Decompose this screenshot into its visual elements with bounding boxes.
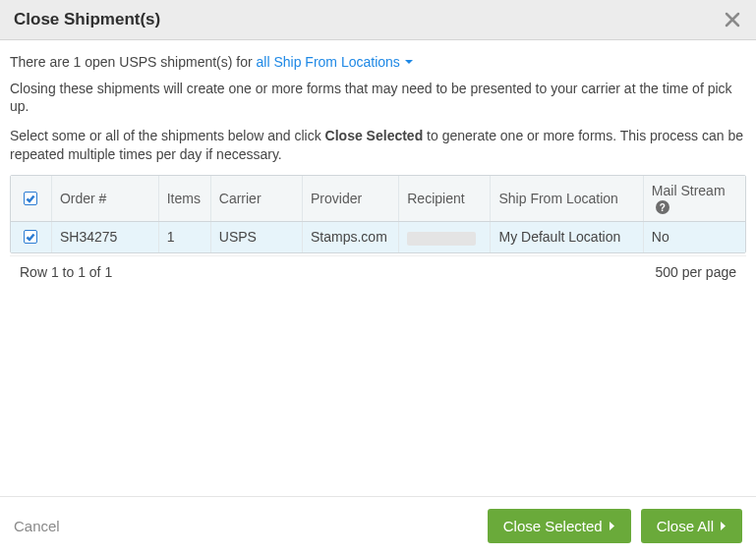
- dropdown-label: all Ship From Locations: [257, 54, 400, 70]
- cell-ship-from: My Default Location: [491, 222, 643, 252]
- paragraph-instructions: Select some or all of the shipments belo…: [10, 127, 746, 162]
- ship-from-dropdown[interactable]: all Ship From Locations: [257, 54, 414, 70]
- cell-recipient: [399, 222, 491, 252]
- help-icon[interactable]: ?: [656, 200, 669, 214]
- intro-line: There are 1 open USPS shipment(s) for al…: [10, 54, 746, 70]
- shipments-table: Order # Items Carrier Provider Recipient…: [10, 175, 746, 253]
- col-mail-stream[interactable]: Mail Stream ?: [643, 176, 745, 222]
- close-shipments-modal: Close Shipment(s) There are 1 open USPS …: [0, 0, 756, 555]
- col-recipient[interactable]: Recipient: [399, 176, 491, 222]
- table-footer: Row 1 to 1 of 1 500 per page: [10, 255, 746, 290]
- chevron-down-icon: [404, 57, 414, 67]
- chevron-right-icon: [720, 521, 727, 531]
- modal-header: Close Shipment(s): [0, 0, 756, 40]
- close-all-button[interactable]: Close All: [641, 509, 742, 543]
- close-icon[interactable]: [723, 10, 742, 29]
- row-checkbox[interactable]: [24, 230, 37, 244]
- paragraph-closing-info: Closing these shipments will create one …: [10, 80, 746, 115]
- cell-order: SH34275: [51, 222, 158, 252]
- select-all-checkbox[interactable]: [24, 192, 37, 205]
- cell-mail-stream: No: [643, 222, 745, 252]
- modal-title: Close Shipment(s): [14, 10, 160, 29]
- col-provider[interactable]: Provider: [303, 176, 399, 222]
- col-items[interactable]: Items: [158, 176, 210, 222]
- per-page[interactable]: 500 per page: [655, 264, 736, 280]
- col-order[interactable]: Order #: [51, 176, 158, 222]
- close-selected-button[interactable]: Close Selected: [488, 509, 631, 543]
- modal-footer: Cancel Close Selected Close All: [0, 496, 756, 555]
- chevron-right-icon: [609, 521, 615, 531]
- cell-items: 1: [158, 222, 210, 252]
- header-checkbox-cell: [11, 176, 51, 222]
- footer-buttons: Close Selected Close All: [488, 509, 742, 543]
- table-header-row: Order # Items Carrier Provider Recipient…: [11, 176, 745, 222]
- row-range: Row 1 to 1 of 1: [20, 264, 112, 280]
- modal-body: There are 1 open USPS shipment(s) for al…: [0, 40, 756, 496]
- col-ship-from[interactable]: Ship From Location: [491, 176, 643, 222]
- table-row[interactable]: SH34275 1 USPS Stamps.com My Default Loc…: [11, 222, 745, 252]
- recipient-redacted: [407, 232, 476, 246]
- cell-carrier: USPS: [210, 222, 302, 252]
- cell-provider: Stamps.com: [303, 222, 399, 252]
- col-carrier[interactable]: Carrier: [210, 176, 302, 222]
- intro-prefix: There are 1 open USPS shipment(s) for: [10, 54, 253, 70]
- cancel-button[interactable]: Cancel: [14, 518, 60, 534]
